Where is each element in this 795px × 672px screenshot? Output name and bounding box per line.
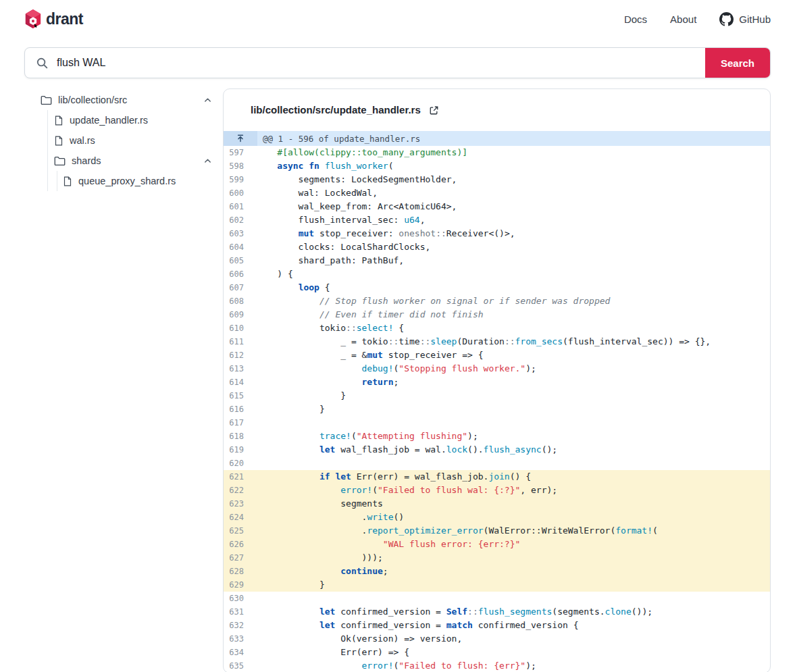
code-text: wal_keep_from: Arc<AtomicU64>,: [251, 200, 457, 213]
nav-github[interactable]: GitHub: [719, 12, 771, 26]
line-number: 598: [224, 159, 251, 173]
code-line: 625 .report_optimizer_error(WalError::Wr…: [224, 524, 770, 538]
folder-icon: [54, 156, 66, 166]
code-line: 616 }: [224, 403, 770, 416]
line-number: 623: [224, 497, 251, 511]
code-text: Ok(version) => version,: [251, 632, 462, 646]
code-line: 629 }: [224, 578, 770, 592]
expand-lines-button[interactable]: @@ 1 - 596 of update_handler.rs: [224, 131, 770, 146]
line-number: 628: [224, 565, 251, 578]
code-text: wal: LockedWal,: [251, 186, 378, 200]
search-icon: [36, 57, 49, 70]
qdrant-logo[interactable]: drant: [24, 9, 83, 29]
external-link-icon[interactable]: [429, 105, 439, 115]
tree-children: update_handler.rs wal.rs shards: [47, 110, 223, 191]
line-number: 601: [224, 200, 251, 213]
search-input[interactable]: [49, 57, 705, 69]
code-text: mut stop_receiver: oneshot::Receiver<()>…: [251, 227, 515, 240]
sidebar-item-label: queue_proxy_shard.rs: [78, 176, 176, 186]
sidebar-item-label: wal.rs: [70, 135, 95, 146]
code-line: 602 flush_interval_sec: u64,: [224, 213, 770, 227]
code-line: 608 // Stop flush worker on signal or if…: [224, 294, 770, 308]
code-text: _ = &mut stop_receiver => {: [251, 348, 484, 362]
nav-docs[interactable]: Docs: [624, 14, 647, 25]
code-text: clocks: LocalShardClocks,: [251, 240, 430, 254]
github-icon: [719, 12, 734, 26]
file-icon: [63, 176, 72, 186]
code-text: error!("Failed to flush: {err}");: [251, 659, 536, 672]
code-text: "WAL flush error: {err:?}": [251, 538, 520, 551]
code-text: // Stop flush worker on signal or if sen…: [251, 294, 610, 308]
line-number: 626: [224, 538, 251, 551]
sidebar-file-wal[interactable]: wal.rs: [48, 130, 223, 151]
line-number: 600: [224, 186, 251, 200]
code-text: [251, 457, 256, 470]
code-text: return;: [251, 376, 399, 389]
line-number: 611: [224, 335, 251, 348]
line-number: 602: [224, 213, 251, 227]
code-text: }: [251, 403, 325, 416]
qdrant-logo-icon: [24, 9, 42, 29]
code-area: @@ 1 - 596 of update_handler.rs 597 #[al…: [224, 131, 770, 672]
line-number: 603: [224, 227, 251, 240]
sidebar-file-queue-proxy-shard[interactable]: queue_proxy_shard.rs: [57, 171, 223, 191]
expand-range-label: @@ 1 - 596 of update_handler.rs: [257, 134, 420, 144]
top-header: drant Docs About GitHub: [0, 0, 795, 38]
code-line: 598 async fn flush_worker(: [224, 159, 770, 173]
code-line: 633 Ok(version) => version,: [224, 632, 770, 646]
line-number: 632: [224, 619, 251, 632]
line-number: 627: [224, 551, 251, 565]
line-number: 630: [224, 592, 251, 605]
code-line: 617: [224, 416, 770, 430]
line-number: 610: [224, 321, 251, 335]
nav-about[interactable]: About: [670, 14, 696, 25]
code-line: 619 let wal_flash_job = wal.lock().flush…: [224, 443, 770, 457]
sidebar-file-update-handler[interactable]: update_handler.rs: [48, 110, 223, 130]
code-line: 609 // Even if timer did not finish: [224, 308, 770, 321]
code-text: let wal_flash_job = wal.lock().flush_asy…: [251, 443, 557, 457]
line-number: 635: [224, 659, 251, 672]
line-number: 625: [224, 524, 251, 538]
code-text: )));: [251, 551, 383, 565]
code-line: 601 wal_keep_from: Arc<AtomicU64>,: [224, 200, 770, 213]
code-text: _ = tokio::time::sleep(Duration::from_se…: [251, 335, 711, 348]
line-number: 633: [224, 632, 251, 646]
code-text: #[allow(clippy::too_many_arguments)]: [251, 146, 467, 159]
line-number: 622: [224, 484, 251, 497]
chevron-up-icon[interactable]: [203, 157, 212, 165]
search-bar: Search: [24, 47, 771, 78]
line-number: 599: [224, 173, 251, 186]
main-nav: Docs About GitHub: [624, 12, 771, 26]
code-text: }: [251, 578, 325, 592]
code-line: 615 }: [224, 389, 770, 403]
code-line: 623 segments: [224, 497, 770, 511]
line-number: 613: [224, 362, 251, 376]
chevron-up-icon[interactable]: [203, 96, 212, 105]
code-line: 630: [224, 592, 770, 605]
code-line: 607 loop {: [224, 281, 770, 294]
code-text: trace!("Attempting flushing");: [251, 430, 478, 443]
code-line: 603 mut stop_receiver: oneshot::Receiver…: [224, 227, 770, 240]
code-line: 627 )));: [224, 551, 770, 565]
folder-icon: [41, 95, 52, 105]
code-text: [251, 592, 256, 605]
code-line: 611 _ = tokio::time::sleep(Duration::fro…: [224, 335, 770, 348]
code-line: 631 let confirmed_version = Self::flush_…: [224, 605, 770, 619]
code-line: 635 error!("Failed to flush: {err}");: [224, 659, 770, 672]
line-number: 624: [224, 511, 251, 524]
code-text: error!("Failed to flush wal: {:?}", err)…: [251, 484, 557, 497]
code-line: 620: [224, 457, 770, 470]
code-line: 628 continue;: [224, 565, 770, 578]
line-number: 620: [224, 457, 251, 470]
code-text: if let Err(err) = wal_flash_job.join() {: [251, 470, 531, 484]
sidebar-item-label: lib/collection/src: [58, 95, 127, 105]
search-section: Search: [0, 38, 795, 88]
sidebar-folder-shards[interactable]: shards: [48, 151, 223, 171]
search-button[interactable]: Search: [705, 48, 770, 78]
file-title: lib/collection/src/update_handler.rs: [251, 103, 421, 118]
line-number: 609: [224, 308, 251, 321]
file-icon: [54, 115, 63, 126]
code-text: .report_optimizer_error(WalError::WriteW…: [251, 524, 658, 538]
sidebar-folder-lib-collection-src[interactable]: lib/collection/src: [24, 90, 223, 110]
code-line: 605 shard_path: PathBuf,: [224, 254, 770, 267]
